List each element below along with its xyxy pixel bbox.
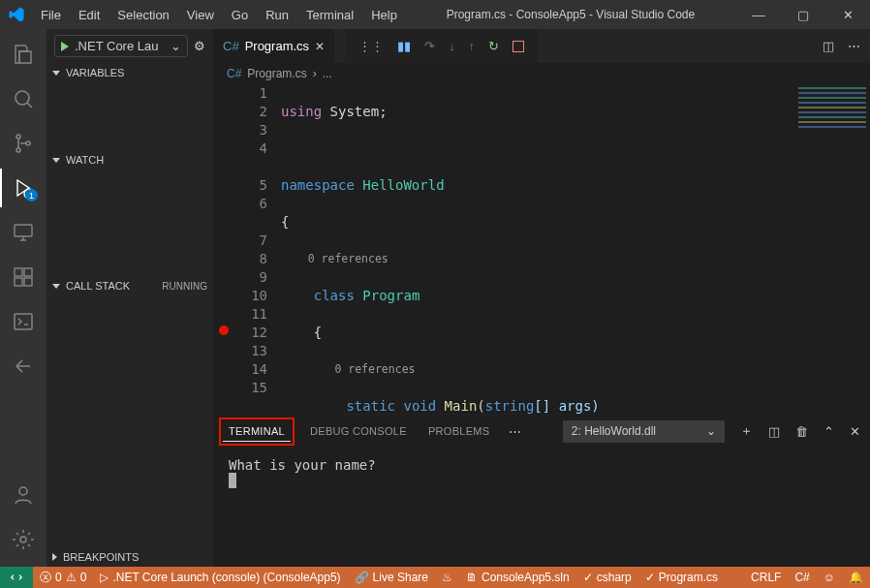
explorer-icon[interactable] <box>0 35 47 74</box>
menu-bar: File Edit Selection View Go Run Terminal… <box>33 4 405 26</box>
split-editor-icon[interactable]: ◫ <box>823 39 834 53</box>
csharp-file-icon: C# <box>223 39 239 53</box>
breakpoint-dot[interactable] <box>219 325 229 335</box>
share-icon[interactable] <box>0 347 47 386</box>
kill-terminal-icon[interactable]: 🗑 <box>795 424 808 439</box>
launch-config-label: .NET Core Lau <box>75 39 158 53</box>
svg-point-0 <box>16 91 29 105</box>
svg-rect-6 <box>15 268 22 276</box>
code-editor[interactable]: 1234 56 789101112131415 using System; na… <box>213 84 870 414</box>
svg-rect-10 <box>15 314 32 329</box>
svg-rect-8 <box>24 278 32 286</box>
menu-terminal[interactable]: Terminal <box>298 4 361 26</box>
chevron-down-icon: ⌄ <box>171 39 181 53</box>
window-buttons: ― ▢ ✕ <box>736 0 870 29</box>
tab-terminal[interactable]: TERMINAL <box>223 421 291 442</box>
menu-edit[interactable]: Edit <box>71 4 108 26</box>
pause-button[interactable]: ▮▮ <box>397 39 411 53</box>
callstack-state: Running <box>162 281 207 292</box>
settings-gear-icon[interactable] <box>0 520 47 559</box>
menu-file[interactable]: File <box>33 4 69 26</box>
status-sln[interactable]: 🗎 ConsoleApp5.sln <box>459 567 576 588</box>
debug-settings-icon[interactable]: ⚙ <box>194 39 205 53</box>
section-breakpoints[interactable]: Breakpoints <box>47 547 213 567</box>
drag-handle-icon[interactable]: ⋮⋮ <box>358 39 384 53</box>
remote-indicator[interactable] <box>0 567 33 588</box>
menu-selection[interactable]: Selection <box>109 4 176 26</box>
restart-button[interactable]: ↻ <box>488 39 499 53</box>
tab-problems[interactable]: PROBLEMS <box>426 419 492 443</box>
more-actions-icon[interactable]: ⋯ <box>848 39 860 53</box>
editor-tabs: C# Program.cs ✕ ⋮⋮ ▮▮ ↷ ↓ ↑ ↻ ◫ ⋯ <box>213 29 870 63</box>
search-icon[interactable] <box>0 79 47 118</box>
close-panel-icon[interactable]: ✕ <box>850 424 860 439</box>
tab-debug-console[interactable]: DEBUG CONSOLE <box>308 419 409 443</box>
chevron-down-icon: ⌄ <box>706 424 716 438</box>
run-debug-icon[interactable]: 1 <box>0 169 47 207</box>
new-terminal-icon[interactable]: ＋ <box>740 422 753 440</box>
terminal-cursor <box>229 473 236 488</box>
extensions-icon[interactable] <box>0 258 47 296</box>
source-control-icon[interactable] <box>0 124 47 163</box>
status-feedback-icon[interactable]: ☺ <box>817 571 842 584</box>
svg-point-3 <box>26 141 30 145</box>
svg-point-12 <box>20 537 26 542</box>
stop-button[interactable] <box>513 41 524 52</box>
debug-toolbar: .NET Core Lau ⌄ ⚙ <box>47 29 213 63</box>
status-bell-icon[interactable]: 🔔 <box>842 571 870 584</box>
status-liveshare[interactable]: 🔗 Live Share <box>348 567 435 588</box>
csharp-file-icon: C# <box>227 67 241 80</box>
debug-sidebar: .NET Core Lau ⌄ ⚙ Variables Watch Call S… <box>47 29 213 567</box>
debug-controls: ⋮⋮ ▮▮ ↷ ↓ ↑ ↻ <box>345 29 538 63</box>
step-out-button[interactable]: ↑ <box>469 39 476 53</box>
terminal-selector[interactable]: 2: HelloWorld.dll⌄ <box>563 420 725 443</box>
step-over-button[interactable]: ↷ <box>424 39 435 53</box>
menu-go[interactable]: Go <box>224 4 256 26</box>
status-bar: ⓧ 0 ⚠ 0 ▷ .NET Core Launch (console) (Co… <box>0 567 870 588</box>
minimap[interactable] <box>794 84 870 201</box>
svg-rect-5 <box>15 225 32 236</box>
status-flame-icon[interactable]: ♨ <box>435 567 459 588</box>
status-csharp[interactable]: ✓ csharp <box>576 567 638 588</box>
maximize-button[interactable]: ▢ <box>781 0 825 29</box>
status-program[interactable]: ✓ Program.cs <box>638 567 725 588</box>
launch-config-selector[interactable]: .NET Core Lau ⌄ <box>54 35 188 57</box>
section-variables[interactable]: Variables <box>47 63 213 82</box>
start-debug-icon[interactable] <box>61 42 69 51</box>
status-eol[interactable]: CRLF <box>744 571 788 584</box>
tab-label: Program.cs <box>245 39 309 53</box>
code-content[interactable]: using System; namespace HelloWorld { 0 r… <box>281 84 870 414</box>
line-numbers: 1234 56 789101112131415 <box>234 84 281 414</box>
vscode-logo-icon <box>0 6 33 23</box>
section-call-stack[interactable]: Call StackRunning <box>47 276 213 295</box>
terminal-output[interactable]: What is your name? <box>213 448 870 567</box>
menu-view[interactable]: View <box>179 4 222 26</box>
tab-program-cs[interactable]: C# Program.cs ✕ <box>213 29 335 63</box>
svg-point-1 <box>16 135 20 139</box>
window-title: Program.cs - ConsoleApp5 - Visual Studio… <box>405 8 736 21</box>
terminal-activity-icon[interactable] <box>0 302 47 341</box>
svg-rect-9 <box>24 268 32 276</box>
svg-point-2 <box>16 148 20 152</box>
status-language[interactable]: C# <box>788 571 816 584</box>
close-tab-icon[interactable]: ✕ <box>315 40 325 53</box>
step-into-button[interactable]: ↓ <box>449 39 455 53</box>
debug-badge: 1 <box>25 189 38 201</box>
svg-point-11 <box>19 487 27 495</box>
section-watch[interactable]: Watch <box>47 150 213 170</box>
minimize-button[interactable]: ― <box>736 0 781 29</box>
breadcrumbs[interactable]: C# Program.cs › ... <box>213 63 870 84</box>
title-bar: File Edit Selection View Go Run Terminal… <box>0 0 870 29</box>
status-launch[interactable]: ▷ .NET Core Launch (console) (ConsoleApp… <box>93 567 347 588</box>
status-problems[interactable]: ⓧ 0 ⚠ 0 <box>33 567 93 588</box>
bottom-panel: TERMINAL DEBUG CONSOLE PROBLEMS ⋯ 2: Hel… <box>213 414 870 567</box>
remote-explorer-icon[interactable] <box>0 213 47 252</box>
panel-more-icon[interactable]: ⋯ <box>509 424 521 439</box>
account-icon[interactable] <box>0 476 47 514</box>
svg-rect-7 <box>15 278 22 286</box>
close-window-button[interactable]: ✕ <box>825 0 870 29</box>
maximize-panel-icon[interactable]: ⌃ <box>823 424 834 439</box>
split-terminal-icon[interactable]: ◫ <box>768 424 780 439</box>
menu-help[interactable]: Help <box>363 4 405 26</box>
menu-run[interactable]: Run <box>258 4 296 26</box>
